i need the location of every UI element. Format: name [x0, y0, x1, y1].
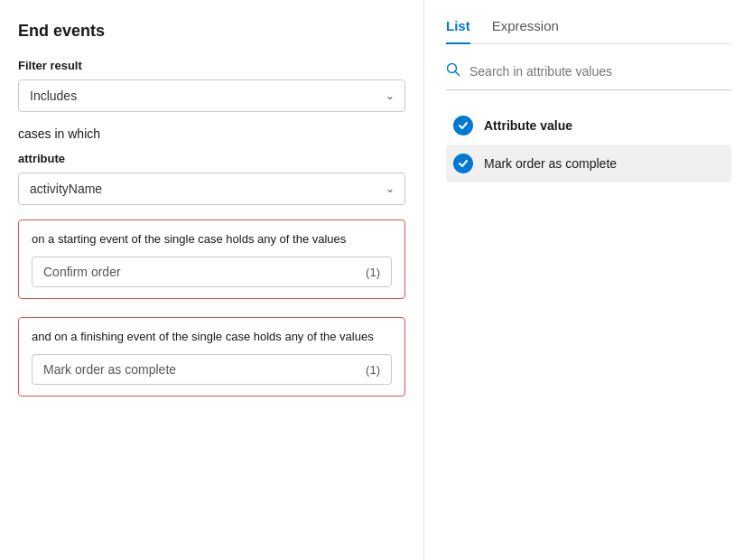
starting-event-description: on a starting event of the single case h…: [32, 231, 392, 247]
finishing-event-value-row: Mark order as complete (1): [32, 354, 392, 385]
filter-select-wrapper: IncludesExcludes ⌄: [18, 79, 405, 112]
finishing-event-value-text: Mark order as complete: [43, 362, 176, 377]
filter-label: Filter result: [18, 59, 405, 72]
starting-event-value-count: (1): [366, 266, 380, 279]
right-panel: List Expression Attribute value Mark ord…: [424, 0, 753, 560]
search-icon: [446, 62, 460, 80]
attribute-select-wrapper: activityNameresourcecost ⌄: [18, 173, 405, 205]
check-circle-icon-2: [453, 154, 473, 173]
svg-line-1: [456, 72, 460, 76]
search-input[interactable]: [469, 64, 731, 79]
finishing-event-description: and on a finishing event of the single c…: [32, 329, 392, 345]
starting-event-value-row: Confirm order (1): [32, 257, 392, 287]
list-item-label-attribute-value: Attribute value: [484, 118, 572, 133]
tab-bar: List Expression: [446, 18, 731, 44]
finishing-event-box: and on a finishing event of the single c…: [18, 317, 405, 397]
search-bar: [446, 62, 731, 90]
left-panel: End events Filter result IncludesExclude…: [0, 0, 424, 560]
attribute-label: attribute: [18, 152, 405, 165]
starting-event-value-text: Confirm order: [43, 265, 121, 279]
tab-expression[interactable]: Expression: [492, 18, 559, 44]
finishing-event-value-count: (1): [366, 363, 380, 377]
list-item-label-mark-order: Mark order as complete: [484, 156, 617, 171]
page-title: End events: [18, 22, 405, 41]
list-item-mark-order[interactable]: Mark order as complete: [446, 145, 731, 182]
filter-select[interactable]: IncludesExcludes: [18, 79, 405, 112]
list-item-attribute-value[interactable]: Attribute value: [446, 107, 731, 145]
tab-list[interactable]: List: [446, 18, 470, 44]
check-circle-icon: [453, 116, 473, 135]
cases-label: cases in which: [18, 126, 405, 141]
attribute-select[interactable]: activityNameresourcecost: [18, 173, 405, 205]
starting-event-box: on a starting event of the single case h…: [18, 219, 405, 299]
